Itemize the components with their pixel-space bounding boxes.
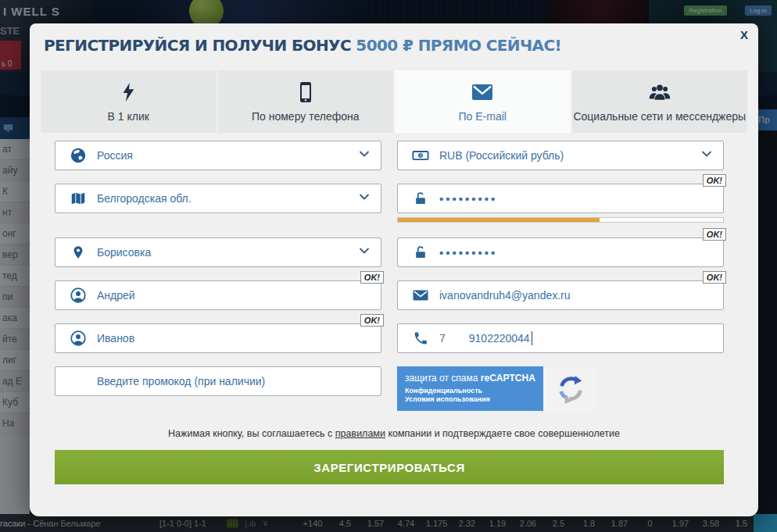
password-value: ••••••••• [439,193,497,205]
phone-cell: 7 9102220044 [397,323,724,353]
user-circle-icon [69,330,88,347]
country-select[interactable]: Россия [55,141,381,170]
tab-label: По номеру телефона [252,110,360,123]
password-strength-bar [397,217,724,223]
city-cell: Борисовка [55,237,381,267]
email-value: ivanovandruh4@yandex.ru [439,289,571,302]
recaptcha-title: защита от спама reCAPTCHA [405,373,535,384]
recaptcha-prefix: защита от спама [405,373,481,384]
last-name-cell: Иванов OK! [55,323,381,353]
country-value: Россия [97,149,133,162]
tab-email[interactable]: По E-mail [395,70,571,133]
title-bonus: 5000 ₽ ПРЯМО СЕЙЧАС! [356,36,561,55]
password-repeat-input[interactable]: ••••••••• [397,237,724,267]
ok-badge: OK! [703,228,726,241]
terms-text: компании и подтверждаете свое совершенно… [385,428,620,439]
odds-corner-cell [754,514,777,532]
password-cell: ••••••••• OK! [397,184,724,213]
unlock-icon [411,190,430,207]
promo-placeholder: Введите промокод (при наличии) [97,375,265,387]
unlock-icon [411,244,430,261]
currency-select[interactable]: 0 RUB (Российский рубль) [397,141,724,170]
phone-country-code: 7 [439,332,446,345]
recaptcha-privacy-link[interactable]: Конфиденциальность [405,387,482,395]
location-pin-icon [69,244,88,261]
city-value: Борисовка [97,246,151,259]
tab-label: Социальные сети и мессенджеры [573,110,746,123]
chevron-down-icon [358,148,371,163]
registration-form: Россия 0 RUB (Российский рубль) [55,141,724,411]
recaptcha-info: защита от спама reCAPTCHA Конфиденциальн… [397,366,543,411]
lightning-icon [120,81,137,103]
recaptcha-links: Конфиденциальность Условия использования [405,387,499,404]
country-cell: Россия [55,141,381,170]
banknote-icon: 0 [411,147,430,164]
terms-text: Нажимая кнопку, вы соглашаетесь с [168,428,335,439]
tab-label: По E-mail [459,110,507,123]
password-repeat-cell: ••••••••• OK! [397,237,724,267]
envelope-icon [471,81,494,103]
region-select[interactable]: Белгородская обл. [55,184,381,213]
people-icon [648,81,671,103]
email-cell: ivanovandruh4@yandex.ru OK! [397,280,724,310]
region-value: Белгородская обл. [97,192,192,205]
modal-title: РЕГИСТРИРУЙСЯ И ПОЛУЧИ БОНУС 5000 ₽ ПРЯМ… [44,36,744,55]
page: I WELL S STE ь 0 Registration Log in Пр … [0,0,777,532]
phone-number-value: 9102220044 [469,332,530,345]
tab-label: В 1 клик [108,110,149,123]
rules-link[interactable]: правилами [335,428,385,439]
first-name-cell: Андрей OK! [55,280,381,310]
recaptcha-widget: защита от спама reCAPTCHA Конфиденциальн… [397,366,597,411]
recaptcha-brand: reCAPTCHA [481,373,535,384]
chevron-down-icon [358,245,371,260]
ok-badge: OK! [360,314,384,327]
ok-badge: OK! [703,271,726,284]
tab-one-click[interactable]: В 1 клик [41,70,217,133]
currency-cell: 0 RUB (Российский рубль) [397,141,724,170]
title-main: РЕГИСТРИРУЙСЯ И ПОЛУЧИ БОНУС [44,36,356,55]
recaptcha-terms-link[interactable]: Условия использования [405,395,490,403]
close-icon[interactable]: X [740,28,748,41]
ok-badge: OK! [360,271,384,284]
phone-handset-icon [411,330,430,346]
currency-value: RUB (Российский рубль) [439,149,564,162]
tab-phone[interactable]: По номеру телефона [218,70,394,133]
registration-modal: X РЕГИСТРИРУЙСЯ И ПОЛУЧИ БОНУС 5000 ₽ ПР… [30,23,758,516]
region-cell: Белгородская обл. [55,184,381,213]
registration-tabs: В 1 клик По номеру телефона По E-mail [41,70,747,133]
last-name-value: Иванов [97,332,134,345]
text-cursor [532,331,532,345]
tab-social[interactable]: Социальные сети и мессенджеры [572,70,748,133]
recaptcha-logo-box[interactable] [543,366,597,411]
recaptcha-cell: защита от спама reCAPTCHA Конфиденциальн… [397,366,724,411]
register-submit-button[interactable]: ЗАРЕГИСТРИРОВАТЬСЯ [55,450,724,484]
password-input[interactable]: ••••••••• [397,184,724,213]
password-strength-fill [398,218,600,222]
globe-icon [69,147,88,164]
recaptcha-logo-icon [556,374,585,404]
promo-input[interactable]: Введите промокод (при наличии) [55,366,381,396]
promo-cell: Введите промокод (при наличии) [55,366,381,411]
password-repeat-value: ••••••••• [439,247,497,259]
chevron-down-icon [700,148,713,163]
map-icon [69,190,88,207]
ok-badge: OK! [703,174,726,187]
first-name-value: Андрей [97,289,135,302]
envelope-icon [411,288,430,302]
email-input[interactable]: ivanovandruh4@yandex.ru [397,280,724,310]
first-name-input[interactable]: Андрей [55,280,381,310]
city-select[interactable]: Борисовка [55,237,381,267]
terms-agreement: Нажимая кнопку, вы соглашаетесь с правил… [30,428,758,439]
smartphone-icon [296,81,315,103]
last-name-input[interactable]: Иванов [55,323,381,353]
phone-input[interactable]: 7 9102220044 [397,323,724,353]
chevron-down-icon [358,191,371,206]
user-circle-icon [69,287,88,304]
